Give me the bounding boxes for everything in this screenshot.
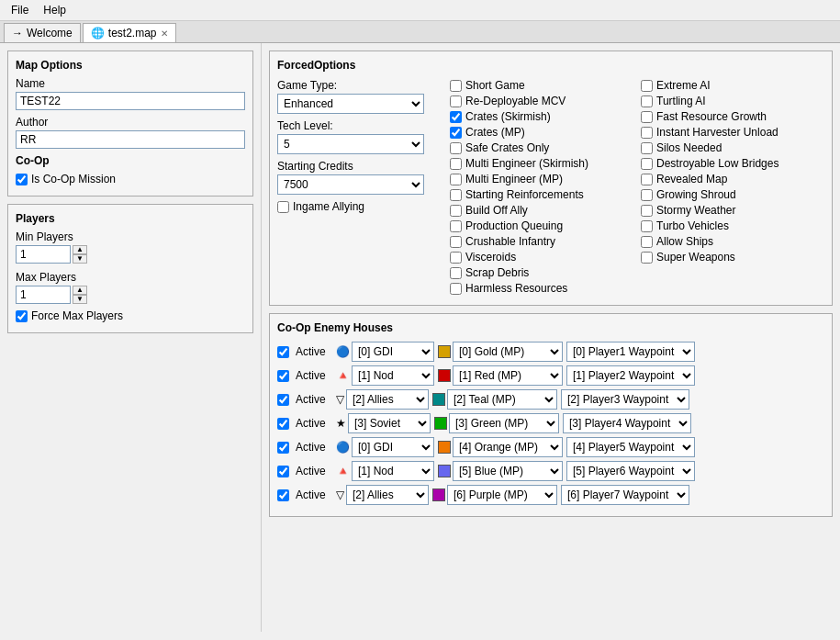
enemy-waypoint-select-3[interactable]: [3] Player4 Waypoint <box>563 413 691 433</box>
enemy-house-select-3[interactable]: [0] GDI[1] Nod[2] Allies[3] Soviet <box>348 413 431 433</box>
enemy-house-select-4[interactable]: [0] GDI[1] Nod[2] Allies[3] Soviet <box>352 437 434 457</box>
fo-right-checkbox-9[interactable] <box>641 220 653 232</box>
fo-mid-checkbox-3[interactable] <box>450 127 462 139</box>
fo-mid-item-8: Build Off Ally <box>450 204 633 217</box>
enemy-active-wrap-2: Active <box>277 393 332 406</box>
fo-mid-checkbox-5[interactable] <box>450 158 462 170</box>
fo-mid-checkbox-13[interactable] <box>450 283 462 295</box>
max-players-label: Max Players <box>16 271 245 284</box>
max-players-up[interactable]: ▲ <box>73 286 87 295</box>
enemy-mp-select-3[interactable]: [3] Green (MP) <box>449 413 559 433</box>
enemy-active-checkbox-5[interactable] <box>277 466 289 477</box>
fo-right-checkbox-8[interactable] <box>641 205 653 217</box>
fo-mid-checkbox-6[interactable] <box>450 174 462 185</box>
fo-right-checkbox-0[interactable] <box>641 80 653 92</box>
enemy-active-checkbox-1[interactable] <box>277 370 289 382</box>
map-options-group: Map Options Name Author Co-Op Is Co-Op M… <box>7 51 253 196</box>
author-input[interactable] <box>16 130 245 149</box>
enemy-row-6: Active▽[0] GDI[1] Nod[2] Allies[3] Sovie… <box>277 485 824 505</box>
game-type-select[interactable]: Enhanced Standard Infantry Only Land Rus… <box>277 94 424 114</box>
fo-mid-checkbox-1[interactable] <box>450 95 462 107</box>
tab-test2map-close[interactable]: ✕ <box>161 28 168 39</box>
menu-help[interactable]: Help <box>36 2 73 18</box>
fo-left: Game Type: Enhanced Standard Infantry On… <box>277 79 442 298</box>
enemy-mp-select-6[interactable]: [6] Purple (MP) <box>447 485 557 505</box>
min-players-up[interactable]: ▲ <box>73 245 87 254</box>
enemy-waypoint-select-2[interactable]: [2] Player3 Waypoint <box>561 389 689 410</box>
fo-mid-checkbox-12[interactable] <box>450 267 462 279</box>
fo-right-checkbox-6[interactable] <box>641 174 653 185</box>
tab-welcome[interactable]: → Welcome <box>4 23 81 42</box>
enemy-waypoint-select-5[interactable]: [5] Player6 Waypoint <box>566 461 695 481</box>
tech-level-select[interactable]: 1234 5678910 <box>277 134 424 154</box>
enemy-row-4: Active🔵[0] GDI[1] Nod[2] Allies[3] Sovie… <box>277 437 824 457</box>
fo-right-checkbox-3[interactable] <box>641 127 653 139</box>
fo-mid-item-13: Harmless Resources <box>450 282 633 295</box>
enemy-waypoint-select-6[interactable]: [6] Player7 Waypoint <box>561 485 689 505</box>
menu-file[interactable]: File <box>4 2 36 18</box>
fo-mid-checkbox-8[interactable] <box>450 205 462 217</box>
fo-mid-checkbox-4[interactable] <box>450 142 462 154</box>
enemy-waypoint-select-1[interactable]: [1] Player2 Waypoint <box>566 365 695 386</box>
enemy-house-select-1[interactable]: [0] GDI[1] Nod[2] Allies[3] Soviet <box>352 365 434 386</box>
fo-right-checkbox-5[interactable] <box>641 158 653 170</box>
fo-right-label-4: Silos Needed <box>656 141 722 154</box>
enemy-waypoint-select-0[interactable]: [0] Player1 Waypoint <box>566 342 695 362</box>
enemy-mp-select-2[interactable]: [2] Teal (MP) <box>447 389 557 410</box>
force-max-players-checkbox[interactable] <box>16 310 28 322</box>
enemy-row-0: Active🔵[0] GDI[1] Nod[2] Allies[3] Sovie… <box>277 342 824 362</box>
fo-mid-label-12: Scrap Debris <box>465 266 529 279</box>
enemy-house-select-0[interactable]: [0] GDI[1] Nod[2] Allies[3] Soviet <box>352 342 434 362</box>
coop-label: Co-Op <box>16 154 245 167</box>
fo-mid-checkbox-9[interactable] <box>450 220 462 232</box>
enemy-mp-select-1[interactable]: [1] Red (MP) <box>453 365 563 386</box>
fo-right-checkbox-7[interactable] <box>641 189 653 201</box>
name-label: Name <box>16 77 245 90</box>
enemy-mp-select-5[interactable]: [5] Blue (MP) <box>453 461 563 481</box>
fo-right-checkbox-1[interactable] <box>641 95 653 107</box>
enemy-active-checkbox-2[interactable] <box>277 394 289 406</box>
enemy-active-label-2: Active <box>296 393 326 406</box>
fo-right-checkbox-10[interactable] <box>641 236 653 248</box>
ingame-allying-checkbox[interactable] <box>277 201 289 213</box>
min-players-input[interactable] <box>16 245 71 264</box>
enemy-house-select-5[interactable]: [0] GDI[1] Nod[2] Allies[3] Soviet <box>352 461 434 481</box>
enemy-active-checkbox-0[interactable] <box>277 346 289 358</box>
enemy-house-icon-1: 🔺 <box>336 369 350 382</box>
enemy-active-checkbox-4[interactable] <box>277 442 289 454</box>
enemy-house-wrap-2: ▽[0] GDI[1] Nod[2] Allies[3] Soviet <box>336 389 429 410</box>
enemy-house-select-2[interactable]: [0] GDI[1] Nod[2] Allies[3] Soviet <box>346 389 429 410</box>
max-players-down[interactable]: ▼ <box>73 295 87 304</box>
fo-right-label-0: Extreme AI <box>656 79 711 92</box>
max-players-input[interactable] <box>16 286 71 304</box>
fo-right-label-3: Instant Harvester Unload <box>656 126 778 139</box>
fo-right-label-9: Turbo Vehicles <box>656 219 729 232</box>
fo-right-checkbox-11[interactable] <box>641 252 653 264</box>
tab-welcome-icon: → <box>12 27 23 39</box>
enemy-active-checkbox-3[interactable] <box>277 418 289 430</box>
fo-mid-checkbox-11[interactable] <box>450 252 462 264</box>
enemy-mp-select-4[interactable]: [4] Orange (MP) <box>453 437 563 457</box>
starting-credits-select[interactable]: 2500500075001000015000 <box>277 174 424 195</box>
enemy-color-wrap-2: [2] Teal (MP) <box>432 389 557 410</box>
enemy-active-checkbox-6[interactable] <box>277 489 289 501</box>
tab-test2map[interactable]: 🌐 test2.map ✕ <box>83 23 176 42</box>
enemy-mp-select-0[interactable]: [0] Gold (MP) <box>453 342 563 362</box>
coop-enemy-title: Co-Op Enemy Houses <box>277 321 824 334</box>
fo-mid-checkbox-0[interactable] <box>450 80 462 92</box>
enemy-waypoint-select-4[interactable]: [4] Player5 Waypoint <box>566 437 695 457</box>
coop-mission-checkbox[interactable] <box>16 174 28 185</box>
fo-mid-checkbox-10[interactable] <box>450 236 462 248</box>
fo-right-checkbox-4[interactable] <box>641 142 653 154</box>
fo-right-checkbox-2[interactable] <box>641 111 653 123</box>
enemy-house-select-6[interactable]: [0] GDI[1] Nod[2] Allies[3] Soviet <box>346 485 429 505</box>
coop-mission-label: Is Co-Op Mission <box>31 173 116 185</box>
name-input[interactable] <box>16 92 245 110</box>
game-type-label: Game Type: <box>277 79 442 92</box>
fo-mid-label-3: Crates (MP) <box>465 126 525 139</box>
fo-mid-checkbox-7[interactable] <box>450 189 462 201</box>
fo-mid-label-7: Starting Reinforcements <box>465 188 584 201</box>
fo-right-item-2: Fast Resource Growth <box>641 110 824 123</box>
min-players-down[interactable]: ▼ <box>73 254 87 264</box>
fo-mid-checkbox-2[interactable] <box>450 111 462 123</box>
